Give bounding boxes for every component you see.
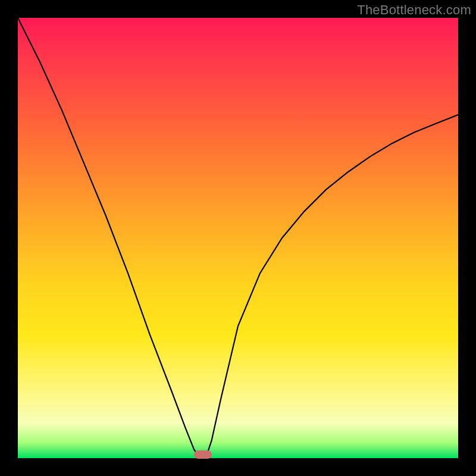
- minimum-marker: [194, 450, 212, 459]
- watermark-text: TheBottleneck.com: [357, 2, 471, 18]
- chart-frame: TheBottleneck.com: [0, 0, 476, 476]
- curve-left: [18, 18, 203, 458]
- curve-right: [203, 115, 458, 458]
- plot-area: [18, 18, 458, 458]
- curve-svg: [18, 18, 458, 458]
